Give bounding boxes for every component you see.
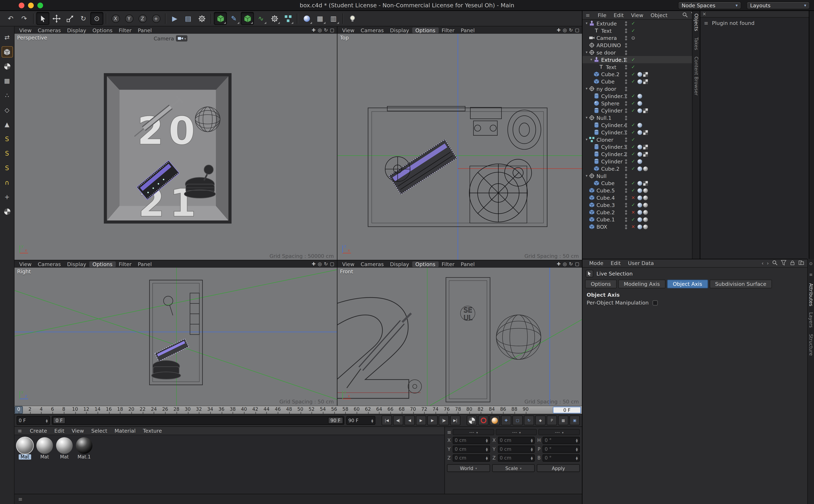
camera-tag-icon[interactable]: ⊙: [631, 35, 635, 40]
camera-zoom-icon[interactable]: ◎: [318, 27, 322, 33]
object-row-cube-5[interactable]: Cube.5✓: [582, 187, 692, 194]
current-frame-field[interactable]: 0 F ▲▼: [17, 416, 50, 425]
camera-pan-icon[interactable]: ✚: [557, 27, 561, 33]
timeline-ruler[interactable]: 0246810121416182022242628303234363840424…: [15, 406, 582, 414]
object-row-cylinder-4[interactable]: Cylinder.4✓: [582, 121, 692, 129]
enable-snap-button[interactable]: S: [1, 133, 13, 145]
tab-subdivision-surface[interactable]: Subdivision Surface: [710, 280, 772, 288]
front-menu-view[interactable]: View: [339, 261, 358, 267]
phong-tag-icon[interactable]: [638, 181, 642, 185]
material-tag-icon[interactable]: [643, 195, 648, 200]
scale-dropdown[interactable]: Scale▾: [492, 464, 535, 472]
workplane-mode-button[interactable]: ▦: [1, 75, 13, 87]
material-menu-view[interactable]: View: [68, 428, 88, 434]
side-tab-attributes[interactable]: Attributes: [808, 283, 813, 306]
visibility-dots[interactable]: [625, 57, 627, 62]
object-row-cylinder[interactable]: Cylinder✓: [582, 107, 692, 114]
quantize-button[interactable]: S: [1, 162, 13, 174]
object-row-cube-2[interactable]: Cube.2✓: [582, 165, 692, 172]
phong-tag-icon[interactable]: [638, 72, 642, 77]
disabled-icon[interactable]: ×: [631, 209, 635, 215]
visibility-dots[interactable]: [625, 108, 627, 113]
visibility-dots[interactable]: [625, 43, 627, 47]
axis-mode-button[interactable]: +: [1, 191, 13, 203]
menu-icon[interactable]: ≡: [18, 428, 22, 434]
power-slider[interactable]: 0 F 90 F: [52, 416, 344, 425]
history-forward-icon[interactable]: ›: [767, 260, 769, 266]
snap-settings-button[interactable]: S: [1, 148, 13, 159]
panes-icon[interactable]: [799, 260, 804, 267]
visibility-dots[interactable]: [625, 36, 627, 40]
menu-icon[interactable]: ≡: [586, 12, 590, 18]
texture-mode-button[interactable]: [1, 61, 13, 72]
expand-arrow-icon[interactable]: ▾: [584, 21, 589, 25]
material-menu-material[interactable]: Material: [111, 428, 139, 434]
object-row-box[interactable]: BOX×: [582, 223, 692, 230]
texture-tag-icon[interactable]: [643, 72, 648, 77]
panel-pin-icon[interactable]: ⊙: [809, 261, 813, 266]
phong-tag-icon[interactable]: [638, 79, 642, 84]
panel-menu-icon[interactable]: ≡: [809, 272, 813, 277]
camera-pan-icon[interactable]: ✚: [312, 27, 316, 33]
object-row-cylinder-2[interactable]: Cylinder.2✓: [582, 150, 692, 158]
simulate-button[interactable]: ∿: [254, 12, 267, 25]
phong-tag-icon[interactable]: [638, 217, 642, 222]
front-menu-panel[interactable]: Panel: [458, 261, 478, 267]
front-menu-options[interactable]: Options: [412, 261, 438, 267]
viewport-toggle-icon[interactable]: ▢: [575, 261, 579, 267]
x-axis-lock[interactable]: X: [109, 12, 122, 25]
per-object-manipulation-checkbox[interactable]: [652, 300, 658, 305]
camera-rotate-icon[interactable]: ↻: [324, 261, 328, 267]
tab-options[interactable]: Options: [585, 280, 617, 288]
camera-pan-icon[interactable]: ✚: [557, 261, 561, 267]
material-tag-icon[interactable]: [643, 188, 648, 193]
end-frame-field[interactable]: 90 F ▲▼: [346, 416, 375, 425]
object-row-cube[interactable]: Cube✓: [582, 179, 692, 187]
material-tag-icon[interactable]: [643, 224, 648, 229]
right-menu-view[interactable]: View: [16, 261, 35, 267]
texture-tag-icon[interactable]: [643, 181, 648, 185]
material-menu-select[interactable]: Select: [88, 428, 111, 434]
front-menu-filter[interactable]: Filter: [439, 261, 458, 267]
object-menu-object[interactable]: Object: [647, 12, 671, 18]
camera-rotate-icon[interactable]: ↻: [569, 27, 573, 33]
object-row-cube-4[interactable]: Cube.4×: [582, 194, 692, 201]
material-item[interactable]: Mat: [55, 437, 74, 460]
material-menu-texture[interactable]: Texture: [139, 428, 166, 434]
coordinate-header-dropdown[interactable]: ---▾: [539, 429, 580, 435]
menu-icon[interactable]: ≡: [18, 496, 22, 502]
visibility-dots[interactable]: [625, 210, 627, 214]
object-row-arduino[interactable]: ARDUINO: [582, 41, 692, 49]
close-icon[interactable]: ×: [702, 11, 706, 17]
top-menu-display[interactable]: Display: [387, 27, 412, 33]
close-window-button[interactable]: [19, 2, 24, 8]
material-menu-create[interactable]: Create: [26, 428, 51, 434]
phong-tag-icon[interactable]: [638, 130, 642, 135]
enabled-icon[interactable]: ✓: [631, 130, 635, 135]
camera-rotate-icon[interactable]: ↻: [324, 27, 328, 33]
live-selection-tool[interactable]: [36, 12, 49, 25]
render-settings-button[interactable]: [195, 12, 208, 25]
undo-button[interactable]: ↶: [4, 12, 17, 25]
object-row-extrude-1[interactable]: ▾Extrude.1✓: [582, 56, 692, 63]
scale-tool[interactable]: [63, 12, 76, 25]
phong-tag-icon[interactable]: [638, 188, 642, 193]
camera-zoom-icon[interactable]: ◎: [318, 261, 322, 267]
key-position-toggle[interactable]: ✚: [501, 416, 511, 425]
render-picture-viewer-button[interactable]: ▤: [182, 12, 195, 25]
visibility-dots[interactable]: [625, 181, 627, 185]
visibility-dots[interactable]: [625, 123, 627, 127]
prev-frame-button[interactable]: ◀: [404, 416, 415, 425]
object-menu-file[interactable]: File: [594, 12, 610, 18]
enabled-icon[interactable]: ✓: [631, 151, 635, 157]
expand-arrow-icon[interactable]: ▾: [584, 87, 589, 91]
polygons-mode-button[interactable]: ▲: [1, 119, 13, 130]
phong-tag-icon[interactable]: [638, 166, 642, 171]
range-start-handle[interactable]: 0 F: [53, 417, 65, 424]
mograph-cloner-button[interactable]: [282, 12, 295, 25]
menu-icon[interactable]: ≡: [704, 20, 708, 26]
disabled-icon[interactable]: ×: [631, 224, 635, 229]
attribute-menu-mode[interactable]: Mode: [586, 260, 607, 266]
goto-end-button[interactable]: ▶|: [450, 416, 460, 425]
material-tag-icon[interactable]: [643, 203, 648, 207]
